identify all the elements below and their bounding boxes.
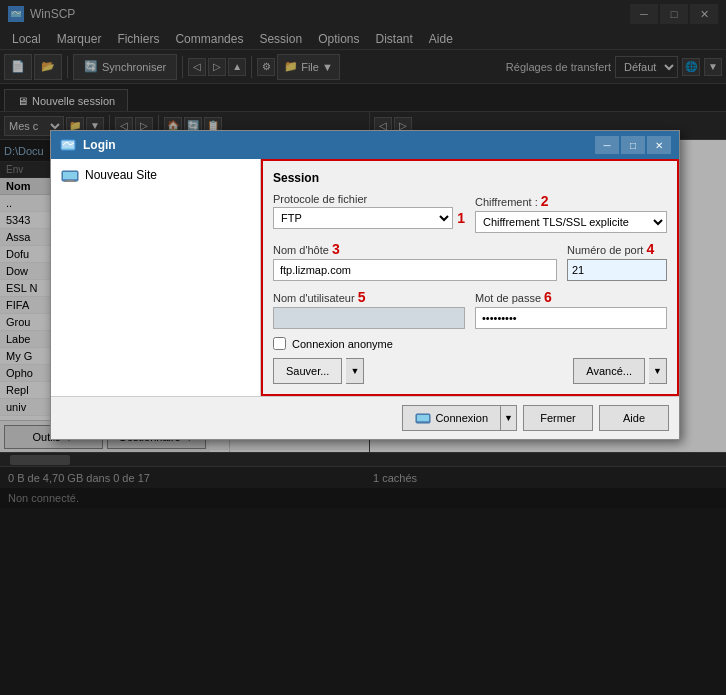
password-label: Mot de passe 6 <box>475 289 667 305</box>
password-group: Mot de passe 6 <box>475 289 667 329</box>
username-label: Nom d'utilisateur 5 <box>273 289 465 305</box>
connect-btn-group: Connexion ▼ <box>402 405 517 431</box>
host-label: Nom d'hôte 3 <box>273 241 557 257</box>
save-dropdown-btn[interactable]: ▼ <box>346 358 364 384</box>
encryption-select[interactable]: Chiffrement TLS/SSL explicite <box>475 211 667 233</box>
login-dialog: Login ─ □ ✕ <box>50 130 680 440</box>
site-name: Nouveau Site <box>85 168 157 182</box>
password-number: 6 <box>544 289 552 305</box>
dialog-title-text: Login <box>83 138 595 152</box>
encryption-label: Chiffrement : 2 <box>475 193 667 209</box>
encryption-group: Chiffrement : 2 Chiffrement TLS/SSL expl… <box>475 193 667 233</box>
protocol-label: Protocole de fichier <box>273 193 465 205</box>
port-number: 4 <box>647 241 655 257</box>
anonymous-label: Connexion anonyme <box>292 338 393 350</box>
dialog-overlay: Login ─ □ ✕ <box>0 0 726 695</box>
dialog-title-bar: Login ─ □ ✕ <box>51 131 679 159</box>
action-buttons-row: Sauver... ▼ Avancé... ▼ <box>273 358 667 384</box>
dialog-footer: Connexion ▼ Fermer Aide <box>51 396 679 439</box>
advanced-group: Avancé... ▼ <box>573 358 667 384</box>
username-group: Nom d'utilisateur 5 <box>273 289 465 329</box>
svg-rect-9 <box>417 415 429 421</box>
protocol-encryption-row: Protocole de fichier FTP 1 Chiffrement :… <box>273 193 667 233</box>
dialog-close-btn[interactable]: ✕ <box>647 136 671 154</box>
advanced-button[interactable]: Avancé... <box>573 358 645 384</box>
site-item-nouveau[interactable]: Nouveau Site <box>55 163 256 187</box>
svg-rect-7 <box>64 181 76 182</box>
host-port-row: Nom d'hôte 3 Numéro de port 4 <box>273 241 667 281</box>
advanced-dropdown-btn[interactable]: ▼ <box>649 358 667 384</box>
connect-icon <box>415 411 431 425</box>
save-group: Sauver... ▼ <box>273 358 364 384</box>
dialog-body: Nouveau Site Session Protocole de fichie… <box>51 159 679 396</box>
site-list: Nouveau Site <box>51 159 261 396</box>
site-icon <box>61 166 79 184</box>
svg-rect-5 <box>63 172 77 179</box>
session-title: Session <box>273 171 667 185</box>
protocol-number: 1 <box>457 210 465 226</box>
anonymous-checkbox[interactable] <box>273 337 286 350</box>
close-dialog-button[interactable]: Fermer <box>523 405 593 431</box>
port-input[interactable] <box>567 259 667 281</box>
connect-dropdown-btn[interactable]: ▼ <box>501 405 517 431</box>
help-dialog-button[interactable]: Aide <box>599 405 669 431</box>
protocol-select[interactable]: FTP <box>273 207 453 229</box>
dialog-window-controls: ─ □ ✕ <box>595 136 671 154</box>
site-list-content: Nouveau Site <box>51 159 260 282</box>
anonymous-row: Connexion anonyme <box>273 337 667 350</box>
dialog-minimize-btn[interactable]: ─ <box>595 136 619 154</box>
save-button[interactable]: Sauver... <box>273 358 342 384</box>
protocol-group: Protocole de fichier FTP 1 <box>273 193 465 233</box>
site-list-spacer <box>51 282 260 397</box>
host-input[interactable] <box>273 259 557 281</box>
password-input[interactable] <box>475 307 667 329</box>
user-pass-row: Nom d'utilisateur 5 Mot de passe 6 <box>273 289 667 329</box>
port-group: Numéro de port 4 <box>567 241 667 281</box>
connect-button[interactable]: Connexion <box>402 405 501 431</box>
dialog-maximize-btn[interactable]: □ <box>621 136 645 154</box>
host-number: 3 <box>332 241 340 257</box>
user-number: 5 <box>358 289 366 305</box>
encryption-number: 2 <box>541 193 549 209</box>
username-input[interactable] <box>273 307 465 329</box>
port-label: Numéro de port 4 <box>567 241 667 257</box>
host-group: Nom d'hôte 3 <box>273 241 557 281</box>
session-panel: Session Protocole de fichier FTP 1 <box>261 159 679 396</box>
dialog-icon <box>59 136 77 154</box>
